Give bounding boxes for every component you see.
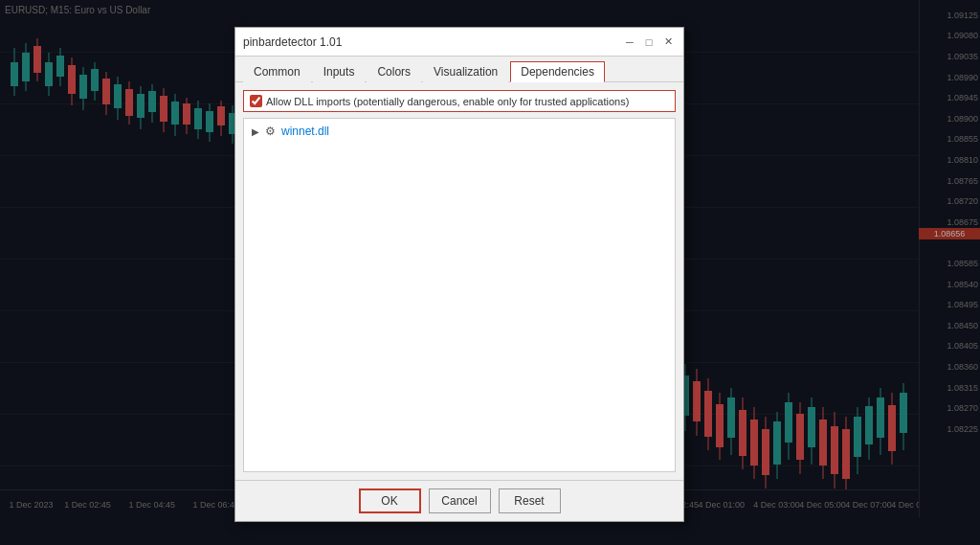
cancel-button[interactable]: Cancel <box>429 488 491 513</box>
titlebar-controls: ─ □ ✕ <box>622 34 676 50</box>
dep-filename[interactable]: winnet.dll <box>281 125 329 138</box>
dialog-footer: OK Cancel Reset <box>235 480 683 521</box>
dep-gear-icon: ⚙ <box>265 125 276 138</box>
dialog-title: pinbardetector 1.01 <box>243 35 342 49</box>
close-button[interactable]: ✕ <box>660 34 676 50</box>
minimize-button[interactable]: ─ <box>622 34 637 50</box>
dep-expand-icon[interactable]: ▶ <box>252 126 259 137</box>
dll-imports-checkbox[interactable] <box>250 95 262 107</box>
dependencies-list: ▶ ⚙ winnet.dll <box>243 118 676 472</box>
tab-dependencies[interactable]: Dependencies <box>510 61 605 82</box>
dll-imports-row: Allow DLL imports (potentially dangerous… <box>243 90 676 112</box>
dll-imports-label[interactable]: Allow DLL imports (potentially dangerous… <box>266 96 629 107</box>
dialog-titlebar: pinbardetector 1.01 ─ □ ✕ <box>235 28 683 57</box>
maximize-button[interactable]: □ <box>641 34 657 50</box>
tab-common[interactable]: Common <box>243 61 311 82</box>
ok-button[interactable]: OK <box>359 488 421 513</box>
dep-item-winnet: ▶ ⚙ winnet.dll <box>248 123 671 140</box>
tab-colors[interactable]: Colors <box>367 61 421 82</box>
dialog-content: Allow DLL imports (potentially dangerous… <box>235 82 683 480</box>
dialog-tabs: Common Inputs Colors Visualization Depen… <box>235 57 683 82</box>
tab-inputs[interactable]: Inputs <box>313 61 366 82</box>
tab-visualization[interactable]: Visualization <box>423 61 508 82</box>
reset-button[interactable]: Reset <box>499 488 561 513</box>
dialog-pinbardetector: pinbardetector 1.01 ─ □ ✕ Common Inputs … <box>234 27 684 522</box>
